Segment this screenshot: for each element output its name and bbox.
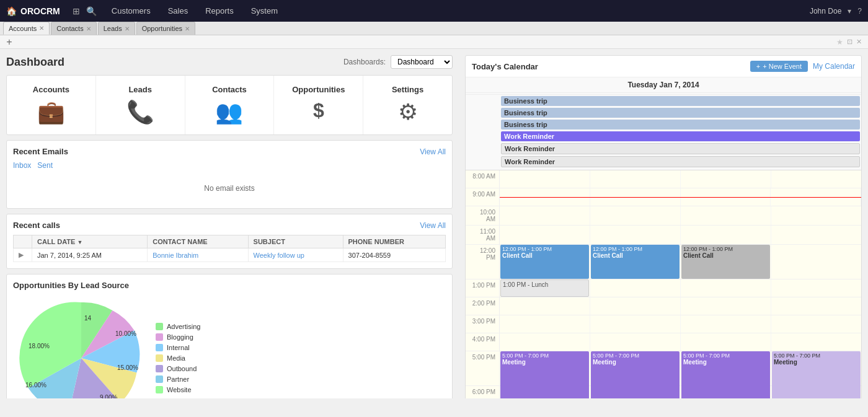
tab-opportunities-close[interactable]: ✕ — [185, 25, 190, 32]
tab-bar: Accounts ✕ Contacts ✕ Leads ✕ Opportunit… — [0, 22, 868, 35]
client-call-label-3: Client Call — [683, 252, 768, 259]
legend-label-blogging: Blogging — [167, 333, 193, 341]
legend-color-media — [156, 354, 163, 362]
client-call-event-3[interactable]: 12:00 PM - 1:00 PM Client Call — [681, 245, 770, 279]
legend-color-blogging — [156, 333, 163, 341]
page-title: Dashboard — [6, 56, 64, 69]
logo[interactable]: 🏠 OROCRM — [6, 6, 60, 16]
dashboard-header: Dashboard Dashboards: Dashboard — [6, 55, 453, 69]
nav-system[interactable]: System — [242, 0, 286, 22]
dashboard-select[interactable]: Dashboard — [391, 55, 453, 69]
subject-link[interactable]: Weekly follow up — [254, 252, 304, 259]
client-call-label-2: Client Call — [593, 252, 678, 259]
widget-accounts[interactable]: Accounts 💼 — [7, 76, 96, 134]
time-label-4pm: 4:00 PM — [466, 333, 500, 351]
leads-icon: 📞 — [126, 99, 154, 125]
time-cells-1pm: 1:00 PM - Lunch — [500, 279, 861, 297]
allday-event-business-trip-3[interactable]: Business trip — [501, 120, 860, 129]
legend-label-internal: Internal — [167, 344, 190, 351]
time-label-11am: 11:00 AM — [466, 226, 500, 244]
tab-opportunities[interactable]: Opportunities ✕ — [136, 22, 195, 35]
legend-label-website: Website — [167, 386, 192, 393]
recent-emails-card: Recent Emails View All Inbox Sent No ema… — [6, 140, 453, 209]
tab-contacts-close[interactable]: ✕ — [86, 25, 91, 32]
chart-area: 14 10.00% 15.00% 9.00% 18.00% 16.00% 18.… — [13, 296, 446, 398]
col-call-date[interactable]: CALL DATE ▼ — [32, 235, 148, 248]
tab-accounts-label: Accounts — [9, 25, 37, 32]
new-event-button[interactable]: + + New Event — [750, 61, 808, 72]
current-time-line — [500, 197, 861, 198]
nav-customers[interactable]: Customers — [103, 0, 159, 22]
time-slot-3pm: 3:00 PM — [466, 315, 861, 333]
contact-link[interactable]: Bonnie Ibrahim — [153, 252, 198, 259]
lunch-event[interactable]: 1:00 PM - Lunch — [500, 279, 589, 297]
allday-event-business-trip-2[interactable]: Business trip — [501, 108, 860, 118]
time-label-9am: 9:00 AM — [466, 188, 500, 206]
time-label-12pm: 12:00 PM — [466, 245, 500, 279]
settings-icon: ⚙ — [398, 99, 418, 125]
allday-event-work-reminder-2[interactable]: Work Reminder — [501, 143, 860, 154]
time-slot-1pm: 1:00 PM 1:00 PM - Lunch — [466, 279, 861, 297]
bookmark-icon[interactable]: ⊞ — [73, 6, 80, 16]
nav-links: Customers Sales Reports System — [103, 0, 804, 22]
accounts-icon: 💼 — [37, 99, 65, 125]
my-calendar-link[interactable]: My Calendar — [813, 62, 855, 71]
user-menu[interactable]: John Doe — [810, 7, 841, 15]
widget-contacts[interactable]: Contacts 👥 — [185, 76, 275, 134]
client-call-event-1[interactable]: 12:00 PM - 1:00 PM Client Call — [500, 245, 589, 279]
chart-title: Opportunities By Lead Source — [13, 281, 446, 290]
allday-event-business-trip-1[interactable]: Business trip — [501, 96, 860, 106]
time-grid: 8:00 AM 9:00 AM — [466, 170, 861, 398]
legend-color-advertising — [156, 323, 163, 330]
meeting-time-4: 5:00 PM - 7:00 PM — [774, 353, 859, 359]
right-panel: Today's Calendar + + New Event My Calend… — [459, 49, 868, 398]
legend-label-partner: Partner — [167, 375, 189, 383]
add-tab-button[interactable]: + — [3, 36, 16, 48]
pct-partner: 16.00% — [25, 382, 46, 388]
resize-icon[interactable]: ⊡ — [847, 38, 852, 46]
sent-link[interactable]: Sent — [37, 161, 53, 170]
nav-sales[interactable]: Sales — [159, 0, 197, 22]
time-label-8am: 8:00 AM — [466, 170, 500, 188]
no-email-message: No email exists — [13, 175, 446, 202]
help-button[interactable]: ? — [857, 7, 862, 15]
tab-accounts[interactable]: Accounts ✕ — [3, 22, 50, 35]
meeting-label-2: Meeting — [593, 359, 678, 366]
widget-accounts-label: Accounts — [33, 85, 69, 94]
widget-leads-label: Leads — [128, 85, 152, 94]
recent-calls-view-all[interactable]: View All — [420, 221, 446, 230]
tab-leads[interactable]: Leads ✕ — [98, 22, 135, 35]
widget-settings-label: Settings — [392, 85, 423, 94]
tab-accounts-close[interactable]: ✕ — [39, 25, 44, 32]
allday-event-work-reminder-3[interactable]: Work Reminder — [501, 156, 860, 167]
widget-opportunities[interactable]: Opportunities $ — [274, 76, 363, 134]
call-phone: 307-204-8559 — [343, 248, 445, 262]
time-label-5pm: 5:00 PM — [466, 351, 500, 385]
widget-contacts-label: Contacts — [212, 85, 247, 94]
nav-reports[interactable]: Reports — [197, 0, 242, 22]
legend-label-advertising: Advertising — [167, 323, 200, 330]
client-call-label-1: Client Call — [502, 252, 587, 259]
inbox-link[interactable]: Inbox — [13, 161, 31, 170]
tab-contacts[interactable]: Contacts ✕ — [51, 22, 96, 35]
time-slot-10am: 10:00 AM — [466, 206, 861, 226]
legend-color-outbound — [156, 365, 163, 372]
legend-label-media: Media — [167, 354, 185, 362]
sort-icon: ▼ — [77, 239, 82, 245]
call-subject: Weekly follow up — [248, 248, 343, 262]
widget-settings[interactable]: Settings ⚙ — [363, 76, 452, 134]
legend-blogging: Blogging — [156, 333, 200, 341]
legend-media: Media — [156, 354, 200, 362]
star-icon[interactable]: ★ — [836, 38, 843, 46]
call-date: Jan 7, 2014, 9:25 AM — [32, 248, 148, 262]
client-call-event-2[interactable]: 12:00 PM - 1:00 PM Client Call — [591, 245, 680, 279]
recent-emails-view-all[interactable]: View All — [420, 147, 446, 156]
tab-leads-close[interactable]: ✕ — [125, 25, 130, 32]
close-page-icon[interactable]: ✕ — [856, 38, 862, 46]
legend-color-internal — [156, 344, 163, 351]
legend-internal: Internal — [156, 344, 200, 351]
dashboard-controls: Dashboards: Dashboard — [343, 55, 453, 69]
search-icon[interactable]: 🔍 — [86, 6, 97, 16]
widget-leads[interactable]: Leads 📞 — [96, 76, 185, 134]
allday-event-work-reminder-active[interactable]: Work Reminder — [501, 131, 860, 141]
